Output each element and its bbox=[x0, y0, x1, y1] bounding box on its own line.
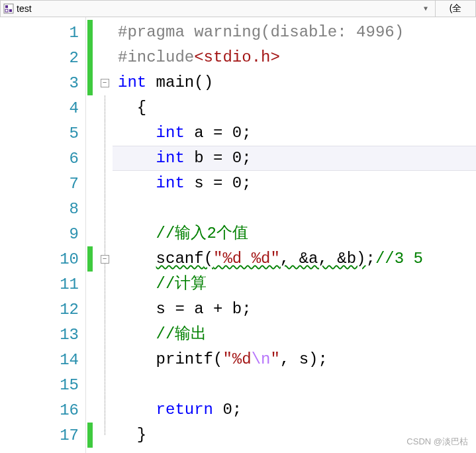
line-number: 11 bbox=[0, 272, 85, 297]
marker-row bbox=[86, 70, 97, 95]
line-number: 13 bbox=[0, 322, 85, 347]
fold-toggle-icon[interactable]: − bbox=[101, 79, 109, 87]
file-name: test bbox=[17, 3, 32, 14]
svg-rect-1 bbox=[5, 5, 8, 8]
code-line bbox=[113, 372, 476, 397]
line-number: 9 bbox=[0, 221, 85, 246]
scope-label: (全 bbox=[450, 3, 462, 15]
code-line: int main() bbox=[113, 70, 476, 95]
marker-row bbox=[86, 20, 97, 45]
scope-dropdown[interactable]: (全 bbox=[436, 1, 475, 17]
svg-rect-2 bbox=[9, 9, 12, 12]
marker-row bbox=[86, 45, 97, 70]
editor-top-bar: test ▼ (全 bbox=[0, 0, 476, 17]
code-line: //输入2个值 bbox=[113, 221, 476, 246]
line-number: 1 bbox=[0, 20, 85, 45]
code-line: scanf("%d %d", &a, &b);//3 5 bbox=[113, 246, 476, 272]
change-marker-icon bbox=[87, 246, 93, 272]
marker-row bbox=[86, 423, 97, 448]
code-area[interactable]: #pragma warning(disable: 4996) #include<… bbox=[113, 17, 476, 453]
line-number: 8 bbox=[0, 196, 85, 221]
change-marker-icon bbox=[87, 70, 93, 95]
line-number: 16 bbox=[0, 397, 85, 423]
code-line: printf("%d\n", s); bbox=[113, 347, 476, 372]
code-line: #pragma warning(disable: 4996) bbox=[113, 20, 476, 45]
line-number: 2 bbox=[0, 45, 85, 70]
line-number: 7 bbox=[0, 171, 85, 196]
code-line: int s = 0; bbox=[113, 171, 476, 196]
line-number: 12 bbox=[0, 297, 85, 322]
change-marker-column bbox=[86, 17, 97, 453]
change-marker-icon bbox=[87, 45, 93, 70]
code-line: return 0; bbox=[113, 397, 476, 423]
fold-column: − − bbox=[97, 17, 113, 453]
fold-toggle-icon[interactable]: − bbox=[101, 255, 109, 264]
line-number: 10 bbox=[0, 246, 85, 272]
code-line-current: int b = 0; bbox=[113, 146, 476, 171]
code-line: { bbox=[113, 95, 476, 121]
line-number: 17 bbox=[0, 423, 85, 448]
change-marker-icon bbox=[87, 20, 93, 45]
code-editor: 1 2 3 4 5 6 7 8 9 10 11 12 13 14 15 16 1… bbox=[0, 17, 476, 453]
change-marker-icon bbox=[87, 423, 93, 448]
cpp-file-icon bbox=[3, 3, 14, 14]
line-number-gutter: 1 2 3 4 5 6 7 8 9 10 11 12 13 14 15 16 1… bbox=[0, 17, 86, 453]
code-line: #include<stdio.h> bbox=[113, 45, 476, 70]
code-line: s = a + b; bbox=[113, 297, 476, 322]
line-number: 3 bbox=[0, 70, 85, 95]
chevron-down-icon[interactable]: ▼ bbox=[419, 1, 432, 17]
line-number: 4 bbox=[0, 95, 85, 121]
code-line: //输出 bbox=[113, 322, 476, 347]
watermark: CSDN @淡巴枯 bbox=[406, 436, 468, 448]
marker-row bbox=[86, 246, 97, 272]
line-number: 5 bbox=[0, 121, 85, 146]
line-number: 6 bbox=[0, 146, 85, 171]
line-number: 14 bbox=[0, 347, 85, 372]
line-number: 15 bbox=[0, 372, 85, 397]
code-line: int a = 0; bbox=[113, 121, 476, 146]
code-line bbox=[113, 196, 476, 221]
code-line: //计算 bbox=[113, 272, 476, 297]
file-dropdown[interactable]: test ▼ bbox=[1, 1, 436, 17]
